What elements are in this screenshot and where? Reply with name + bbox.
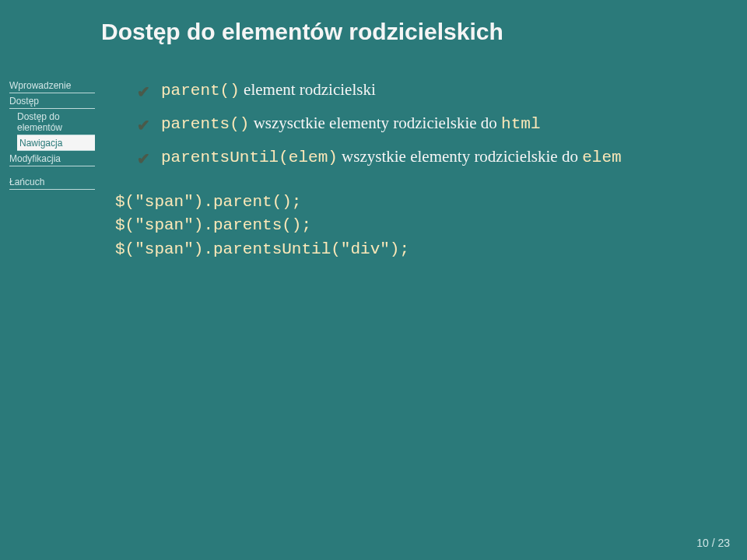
bullet-1-text: element rodzicielski <box>240 80 376 99</box>
bullet-3: ✔ parentsUntil(elem) wszystkie elementy … <box>115 145 747 170</box>
bullet-2: ✔ parents() wszysctkie elementy rodzicie… <box>115 111 747 137</box>
bullet-3-text: wszystkie elementy rodzicielskie do <box>338 147 582 166</box>
code-line-2: $("span").parents(); <box>115 214 747 237</box>
nav-modyfikacjia[interactable]: Modyfikacjia <box>9 151 95 166</box>
check-icon: ✔ <box>137 147 150 170</box>
main-content: ✔ parent() element rodzicielski ✔ parent… <box>101 76 747 261</box>
code-parents: parents() <box>161 115 249 133</box>
bullet-1: ✔ parent() element rodzicielski <box>115 78 747 103</box>
slide-title: Dostęp do elementów rodzicielskich <box>101 19 747 45</box>
sidebar: Wprowadzenie Dostęp Dostęp do elementów … <box>0 76 101 261</box>
code-parent: parent() <box>161 82 240 100</box>
bullet-2-text: wszysctkie elementy rodzicielskie do <box>249 114 501 132</box>
code-html: html <box>501 115 540 133</box>
code-line-3: $("span").parentsUntil("div"); <box>115 238 747 261</box>
code-elem: elem <box>582 149 621 166</box>
check-icon: ✔ <box>137 114 150 137</box>
nav-wprowadzenie[interactable]: Wprowadzenie <box>9 78 95 93</box>
nav-nawigacja[interactable]: Nawigacja <box>17 135 95 151</box>
check-icon: ✔ <box>137 80 150 103</box>
nav-lancuch[interactable]: Łańcuch <box>9 174 95 190</box>
nav-dostep[interactable]: Dostęp <box>9 93 95 109</box>
code-parentsuntil: parentsUntil(elem) <box>161 149 338 166</box>
nav-dostep-elementow[interactable]: Dostęp do elementów <box>17 109 95 135</box>
code-block: $("span").parent(); $("span").parents();… <box>115 191 747 261</box>
code-line-1: $("span").parent(); <box>115 191 747 214</box>
page-number: 10 / 23 <box>696 537 730 549</box>
